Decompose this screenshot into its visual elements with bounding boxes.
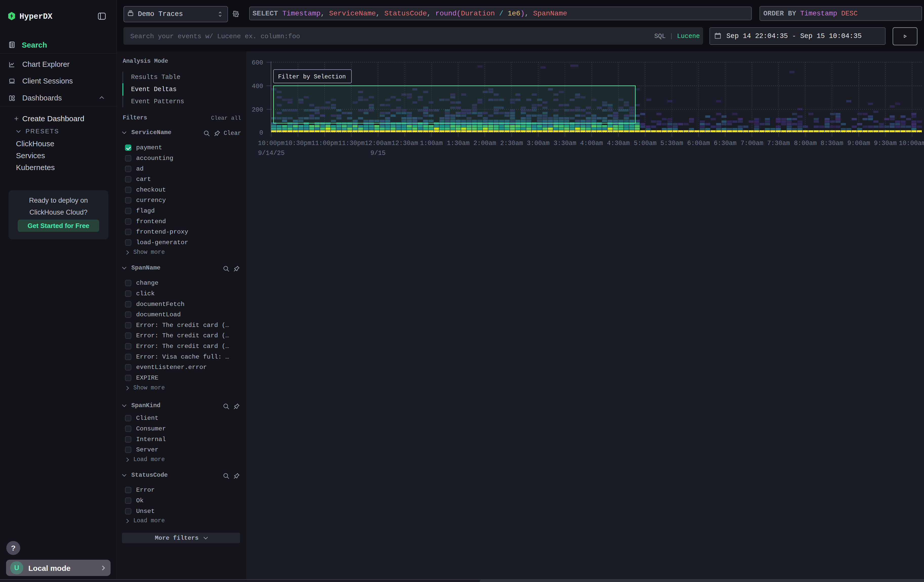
svg-text:9/15: 9/15 bbox=[370, 150, 386, 157]
svg-text:6:30am: 6:30am bbox=[714, 140, 736, 147]
svg-text:6:00am: 6:00am bbox=[687, 140, 710, 147]
svg-text:5:30am: 5:30am bbox=[660, 140, 683, 147]
svg-text:0: 0 bbox=[259, 129, 263, 137]
svg-text:10:00pm: 10:00pm bbox=[258, 140, 284, 147]
svg-text:2:00am: 2:00am bbox=[474, 140, 496, 147]
svg-text:7:00am: 7:00am bbox=[741, 140, 763, 147]
svg-text:Filter by Selection: Filter by Selection bbox=[278, 73, 346, 80]
svg-text:600: 600 bbox=[252, 59, 263, 66]
svg-text:4:30am: 4:30am bbox=[607, 140, 630, 147]
svg-text:10:00am: 10:00am bbox=[899, 140, 924, 147]
svg-text:12:30am: 12:30am bbox=[391, 140, 418, 147]
svg-text:5:00am: 5:00am bbox=[634, 140, 657, 147]
svg-text:1:30am: 1:30am bbox=[447, 140, 470, 147]
svg-text:3:00am: 3:00am bbox=[527, 140, 549, 147]
svg-text:9:00am: 9:00am bbox=[847, 140, 870, 147]
svg-text:11:00pm: 11:00pm bbox=[311, 140, 338, 147]
svg-text:1:00am: 1:00am bbox=[420, 140, 443, 147]
svg-text:11:30pm: 11:30pm bbox=[338, 140, 365, 147]
svg-text:2:30am: 2:30am bbox=[500, 140, 523, 147]
svg-text:9/14/25: 9/14/25 bbox=[258, 150, 285, 157]
svg-text:7:30am: 7:30am bbox=[767, 140, 790, 147]
svg-text:8:00am: 8:00am bbox=[794, 140, 817, 147]
svg-text:400: 400 bbox=[252, 83, 263, 90]
svg-text:8:30am: 8:30am bbox=[820, 140, 843, 147]
svg-text:4:00am: 4:00am bbox=[580, 140, 603, 147]
svg-text:3:30am: 3:30am bbox=[554, 140, 576, 147]
svg-text:12:00am: 12:00am bbox=[365, 140, 391, 147]
svg-text:9:30am: 9:30am bbox=[874, 140, 897, 147]
svg-text:10:30pm: 10:30pm bbox=[285, 140, 311, 147]
svg-text:200: 200 bbox=[252, 106, 263, 114]
